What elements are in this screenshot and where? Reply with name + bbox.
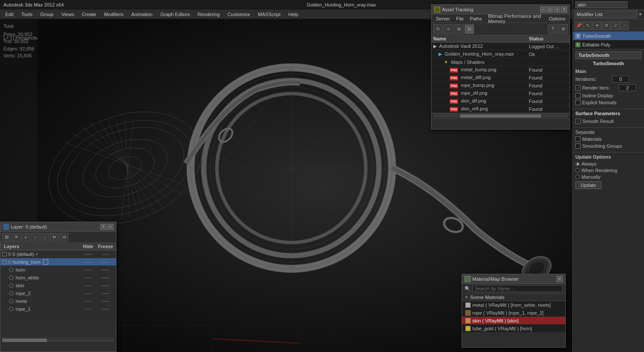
at-help-icon-btn[interactable]: ? <box>548 24 558 34</box>
mb-title-text: Material/Map Browser <box>472 276 519 282</box>
iterations-spinbox[interactable] <box>612 76 629 83</box>
render-iters-spinbox[interactable] <box>619 84 636 91</box>
at-maxfile-name: ▶ Golden_Hunting_Horn_vray.max <box>438 51 529 57</box>
smoothing-groups-checkbox[interactable] <box>575 143 581 149</box>
mb-search-bar: 🔍 <box>462 284 565 294</box>
at-maximize-btn[interactable]: □ <box>547 7 553 13</box>
mod-pin-btn[interactable]: 📌 <box>574 21 583 30</box>
always-radio-row: Always <box>575 161 641 166</box>
menu-help[interactable]: Help <box>285 11 302 18</box>
layers-row-horn[interactable]: horn —— —— <box>0 266 116 274</box>
mod-rotate-btn[interactable]: ↺ <box>602 21 611 30</box>
at-menu-server[interactable]: Server <box>433 15 452 22</box>
at-table-btn[interactable]: ⊟ <box>465 24 474 34</box>
at-refresh-btn[interactable]: ↻ <box>433 24 443 34</box>
at-row-skin-dif[interactable]: PNG skin_dif.png Found <box>432 97 570 105</box>
mod-scale-btn[interactable]: ⤢ <box>611 21 620 30</box>
layers-close-btn[interactable]: × <box>107 224 113 230</box>
menu-edit[interactable]: Edit <box>2 11 17 18</box>
at-row-maxfile[interactable]: ▶ Golden_Hunting_Horn_vray.max Ok <box>432 50 570 58</box>
separate-label: Separate <box>575 130 641 135</box>
modifier-editpoly-item[interactable]: E Editable Poly <box>573 40 644 49</box>
mb-scene-materials-header[interactable]: ▼ Scene Materials <box>462 294 565 301</box>
at-menu-options[interactable]: Options <box>546 15 568 22</box>
layers-move-up-btn[interactable]: ↑ <box>31 233 40 242</box>
menu-tools[interactable]: Tools <box>18 11 36 18</box>
at-menu-bitmap[interactable]: Bitmap Performance and Memory <box>485 13 545 25</box>
layers-scrollbar[interactable] <box>0 337 116 342</box>
layers-row-horn-white[interactable]: horn_white —— —— <box>0 274 116 282</box>
at-help-btn[interactable]: ? <box>561 7 567 13</box>
layers-collapse-btn[interactable]: ⊲ <box>60 233 68 242</box>
mb-material-metal[interactable]: metal ( VRayMtl ) [horn_white, rivets] <box>462 301 565 309</box>
at-scrollbar-area[interactable] <box>432 113 570 119</box>
at-row-maps[interactable]: ▼ Maps / Shaders <box>432 58 570 66</box>
at-row-vault[interactable]: ▶ Autodesk Vault 2012 Logged Out ... <box>432 43 570 50</box>
at-row-metal-diff[interactable]: PNG metal_diff.png Found <box>432 74 570 82</box>
layers-row-default[interactable]: ⛓ 0 (default) ✓ —— —— <box>0 250 116 258</box>
materials-checkbox[interactable] <box>575 136 581 142</box>
smooth-result-checkbox[interactable]: ✓ <box>575 119 581 124</box>
layers-row-rope2[interactable]: rope_2 —— —— <box>0 289 116 297</box>
layers-row-rivets[interactable]: rivets —— —— <box>0 297 116 305</box>
modifier-list-dropdown[interactable]: Modifier List ▼ <box>573 10 644 20</box>
layers-row-skin[interactable]: skin —— —— <box>0 282 116 289</box>
menu-views[interactable]: Views <box>58 11 77 18</box>
menu-customize[interactable]: Customize <box>224 11 254 18</box>
when-rendering-label: When Rendering <box>581 168 617 173</box>
layer-obj-icon-skin <box>9 283 13 288</box>
layers-add-btn[interactable]: + <box>21 233 30 242</box>
when-rendering-radio[interactable] <box>575 168 580 173</box>
at-close-btn[interactable]: × <box>554 7 560 13</box>
at-row-metal-bump[interactable]: PNG metal_bump.png Found <box>432 66 570 74</box>
update-button[interactable]: Update <box>575 181 601 189</box>
mb-material-skin[interactable]: skin ( VRayMtl ) [skin] <box>462 317 565 325</box>
menu-modifiers[interactable]: Modifiers <box>100 11 127 18</box>
menu-maxscript[interactable]: MAXScript <box>255 11 284 18</box>
at-scrollbar-thumb[interactable] <box>460 114 541 118</box>
menu-graph-editors[interactable]: Graph Editors <box>157 11 193 18</box>
at-row-skin-refl[interactable]: PNG skin_refl.png Found <box>432 105 570 113</box>
layers-name-horn-white: horn_white <box>9 275 80 280</box>
menu-group[interactable]: Group <box>37 11 57 18</box>
at-menu-file[interactable]: File <box>453 15 466 22</box>
at-expand-btn[interactable]: ⊞ <box>454 24 464 34</box>
layers-row-rope1[interactable]: rope_1 —— —— <box>0 305 116 313</box>
isoline-checkbox[interactable] <box>575 93 581 98</box>
mb-material-tubegold[interactable]: tube_gold ( VRayMtl ) [horn] <box>462 325 565 332</box>
layers-delete-btn[interactable]: ✕ <box>12 233 20 242</box>
layers-row-hunting-horn[interactable]: ⛓ hunting_horn —— —— <box>0 258 116 266</box>
mod-more-btn[interactable]: ⋯ <box>620 21 629 30</box>
at-minimize-btn[interactable]: − <box>540 7 546 13</box>
mod-cursor-btn[interactable]: ↖ <box>584 21 592 30</box>
render-iters-checkbox[interactable]: ✓ <box>575 85 581 90</box>
at-list-btn[interactable]: ≡ <box>444 24 453 34</box>
mod-move-btn[interactable]: ✦ <box>593 21 601 30</box>
menu-animation[interactable]: Animation <box>128 11 156 18</box>
modifier-search-input[interactable] <box>575 1 627 8</box>
layers-hide-skin: —— <box>80 283 97 288</box>
always-radio[interactable] <box>575 162 580 166</box>
at-skin-dif-name: PNG skin_dif.png <box>450 98 529 104</box>
mb-material-rope[interactable]: rope ( VRayMtl ) [rope_1, rope_2] <box>462 309 565 317</box>
modifier-turbosm-item[interactable]: T TurboSmooth <box>573 32 644 40</box>
at-menu-paths[interactable]: Paths <box>467 15 485 22</box>
layers-help-btn[interactable]: ? <box>100 224 106 230</box>
at-settings-btn[interactable]: ⚙ <box>558 24 568 34</box>
mb-search-input[interactable] <box>472 285 563 292</box>
layers-expand-btn[interactable]: ⊳ <box>50 233 59 242</box>
at-menu: Server File Paths Bitmap Performance and… <box>432 14 570 23</box>
layers-move-down-btn[interactable]: ↓ <box>40 233 49 242</box>
explicit-checkbox[interactable] <box>575 100 581 105</box>
modifier-list-label[interactable]: Modifier List <box>574 10 637 18</box>
mb-close-btn[interactable]: × <box>557 276 563 282</box>
iterations-row: Iterations: <box>575 76 641 83</box>
at-row-rope-dif[interactable]: PNG rope_dif.png Found <box>432 90 570 97</box>
material-browser: Material/Map Browser × 🔍 ▼ Scene Materia… <box>461 274 566 348</box>
layers-layers-btn[interactable]: ⊞ <box>2 233 11 242</box>
at-rope-bump-status: Found <box>529 83 568 88</box>
menu-create[interactable]: Create <box>78 11 100 18</box>
manually-radio[interactable] <box>575 175 580 179</box>
at-row-rope-bump[interactable]: PNG rope_bump.png Found <box>432 82 570 90</box>
menu-rendering[interactable]: Rendering <box>194 11 223 18</box>
